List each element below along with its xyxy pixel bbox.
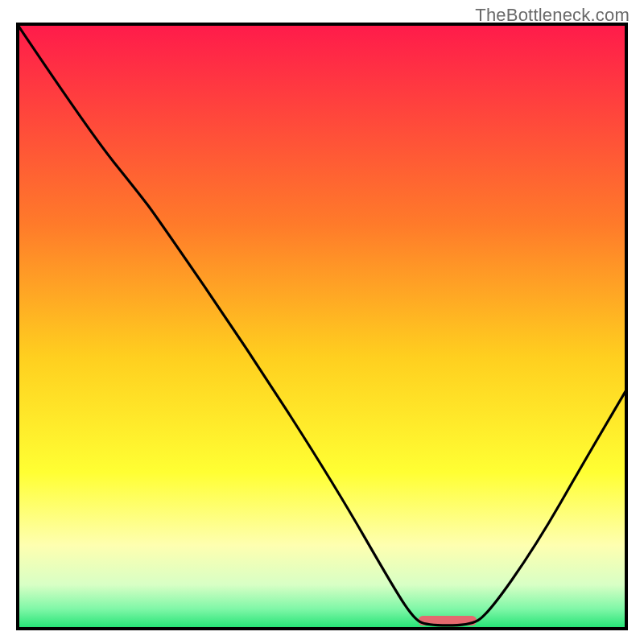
chart-container: TheBottleneck.com [0, 0, 644, 644]
bottleneck-chart [0, 0, 644, 644]
plot-area [16, 23, 628, 630]
watermark-text: TheBottleneck.com [475, 5, 630, 26]
gradient-background [16, 23, 628, 630]
